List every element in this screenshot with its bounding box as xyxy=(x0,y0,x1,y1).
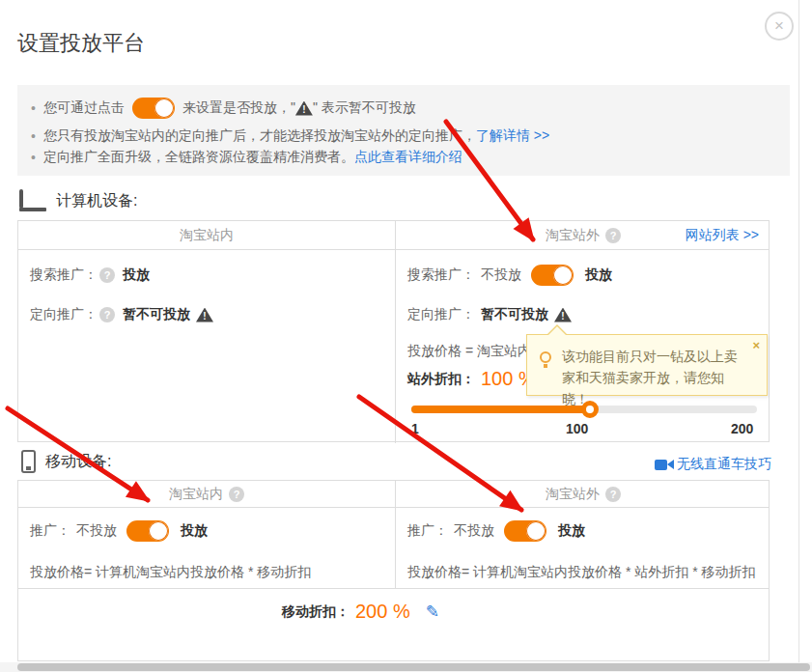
computer-outer-search-toggle[interactable] xyxy=(531,265,574,286)
demo-toggle[interactable] xyxy=(132,98,175,119)
computer-icon xyxy=(19,191,46,211)
mobile-outer-promo-row: 推广： 不投放 投放 xyxy=(407,520,585,542)
offsite-discount-row: 站外折扣： 100 % xyxy=(407,368,536,390)
target-promo-status: 暂不可投放 xyxy=(123,306,190,323)
computer-outer-target-row: 定向推广： 暂不可投放 xyxy=(407,306,572,323)
seller-notice-tooltip: × 该功能目前只对一钻及以上卖家和天猫卖家开放，请您知晓！ xyxy=(526,334,768,396)
mobile-table-header: 淘宝站内 ? 淘宝站外 ? xyxy=(18,481,769,508)
computer-section-title: 计算机设备: xyxy=(56,191,137,211)
toggle-knob xyxy=(149,521,168,541)
page-title: 设置投放平台 xyxy=(17,29,145,58)
search-promo-label: 搜索推广： xyxy=(30,266,98,284)
learn-more-link[interactable]: 了解详情 >> xyxy=(476,127,549,145)
computer-table-header: 淘宝站内 淘宝站外 ? 网站列表 >> xyxy=(18,221,769,250)
search-promo-label: 搜索推广： xyxy=(407,266,475,284)
target-promo-status: 暂不可投放 xyxy=(481,306,548,323)
notice-1-mid: 来设置是否投放，" xyxy=(182,99,295,117)
target-promo-label: 定向推广： xyxy=(407,306,475,323)
tooltip-caret xyxy=(546,324,568,335)
mobile-outer-header: 淘宝站外 ? xyxy=(396,486,770,503)
toggle-off-label: 不投放 xyxy=(481,266,521,284)
help-icon[interactable]: ? xyxy=(229,487,244,502)
vertical-scrollbar[interactable] xyxy=(798,0,812,672)
notice-box: 您可通过点击 来设置是否投放，" " 表示暂不可投放 您只有投放淘宝站内的定向推… xyxy=(17,85,790,176)
mobile-inner-formula: 投放价格= 计算机淘宝站内投放价格 * 移动折扣 xyxy=(30,564,311,581)
help-icon[interactable]: ? xyxy=(605,487,621,502)
mobile-outer-cell: 推广： 不投放 投放 投放价格= 计算机淘宝站内投放价格 * 站外折扣 * 移动… xyxy=(396,508,770,588)
help-icon[interactable]: ? xyxy=(605,228,621,243)
search-promo-status: 投放 xyxy=(123,266,150,284)
mobile-section-header: 移动设备: xyxy=(21,450,111,473)
notice-bullet-2: 您只有投放淘宝站内的定向推广后，才能选择投放淘宝站外的定向推广， 了解详情 >> xyxy=(31,127,549,145)
warning-icon xyxy=(196,308,213,322)
notice-2-text: 您只有投放淘宝站内的定向推广后，才能选择投放淘宝站外的定向推广， xyxy=(43,127,476,145)
promo-label: 推广： xyxy=(30,522,70,540)
lightbulb-icon xyxy=(540,351,551,363)
mobile-discount-row: 移动折扣： 200 % ✎ 1 200 400 xyxy=(18,588,769,661)
site-list-link[interactable]: 网站列表 >> xyxy=(686,227,759,244)
notice-bullet-3: 定向推广全面升级，全链路资源位覆盖精准消费者。 点此查看详细介绍 xyxy=(31,149,462,166)
video-camera-icon xyxy=(655,460,667,470)
edit-pencil-icon[interactable]: ✎ xyxy=(426,602,439,622)
tooltip-close-icon[interactable]: × xyxy=(752,338,760,352)
mobile-table: 淘宝站内 ? 淘宝站外 ? 推广： 不投放 投放 投放价格= 计算机淘宝站内投放… xyxy=(17,480,770,661)
slider-tick-min: 1 xyxy=(411,421,419,436)
mobile-outer-toggle[interactable] xyxy=(504,520,546,542)
target-promo-label: 定向推广： xyxy=(30,306,98,323)
mobile-outer-formula: 投放价格= 计算机淘宝站内投放价格 * 站外折扣 * 移动折扣 xyxy=(407,564,756,581)
mobile-inner-promo-row: 推广： 不投放 投放 xyxy=(30,520,208,542)
slider-tick-max: 200 xyxy=(731,421,753,436)
computer-inner-target-row: 定向推广： ? 暂不可投放 xyxy=(30,306,213,323)
toggle-on-label: 投放 xyxy=(181,522,208,540)
close-glyph: × xyxy=(774,16,784,36)
mobile-discount-group: 移动折扣： 200 % ✎ xyxy=(282,601,439,623)
promo-label: 推广： xyxy=(407,522,448,540)
toggle-off-label: 不投放 xyxy=(454,522,494,540)
toggle-knob xyxy=(526,521,546,541)
slider-tick-mid: 100 xyxy=(566,421,588,436)
mobile-outer-header-label: 淘宝站外 xyxy=(546,486,600,503)
warning-icon xyxy=(554,308,572,322)
mobile-discount-label: 移动折扣： xyxy=(282,603,350,621)
mobile-discount-value: 200 % xyxy=(355,601,410,623)
mobile-inner-header: 淘宝站内 ? xyxy=(18,486,395,503)
toggle-knob xyxy=(154,98,174,118)
toggle-knob xyxy=(553,266,573,285)
mobile-section-title: 移动设备: xyxy=(45,452,111,472)
computer-inner-search-row: 搜索推广： ? 投放 xyxy=(30,266,150,284)
wireless-tips-link[interactable]: 无线直通车技巧 xyxy=(677,456,771,473)
horizontal-scrollbar-thumb[interactable] xyxy=(17,663,810,671)
detail-intro-link[interactable]: 点此查看详细介绍 xyxy=(354,149,462,166)
computer-outer-header-label: 淘宝站外 xyxy=(546,227,600,244)
warning-icon xyxy=(295,101,313,116)
tooltip-text: 该功能目前只对一钻及以上卖家和天猫卖家开放，请您知晓！ xyxy=(562,346,742,409)
video-tips[interactable]: 无线直通车技巧 xyxy=(655,456,771,473)
notice-1-pre: 您可通过点击 xyxy=(43,99,125,117)
notice-bullet-1: 您可通过点击 来设置是否投放，" " 表示暂不可投放 xyxy=(31,96,416,121)
mobile-inner-cell: 推广： 不投放 投放 投放价格= 计算机淘宝站内投放价格 * 移动折扣 xyxy=(18,508,395,588)
offsite-discount-label: 站外折扣： xyxy=(407,371,475,388)
help-icon[interactable]: ? xyxy=(99,267,115,283)
mobile-inner-header-label: 淘宝站内 xyxy=(169,486,223,503)
phone-icon xyxy=(21,450,36,473)
computer-inner-cell: 搜索推广： ? 投放 定向推广： ? 暂不可投放 xyxy=(18,250,395,442)
close-icon[interactable]: × xyxy=(765,12,794,41)
toggle-on-label: 投放 xyxy=(585,266,612,284)
mobile-inner-toggle[interactable] xyxy=(126,520,169,542)
notice-3-text: 定向推广全面升级，全链路资源位覆盖精准消费者。 xyxy=(43,149,354,166)
notice-1-post: " 表示暂不可投放 xyxy=(313,99,416,117)
toggle-off-label: 不投放 xyxy=(76,522,117,540)
computer-section-header: 计算机设备: xyxy=(19,191,137,211)
computer-inner-header: 淘宝站内 xyxy=(18,227,395,244)
computer-outer-search-row: 搜索推广： 不投放 投放 xyxy=(407,265,612,286)
toggle-on-label: 投放 xyxy=(558,522,585,540)
help-icon[interactable]: ? xyxy=(99,307,115,322)
